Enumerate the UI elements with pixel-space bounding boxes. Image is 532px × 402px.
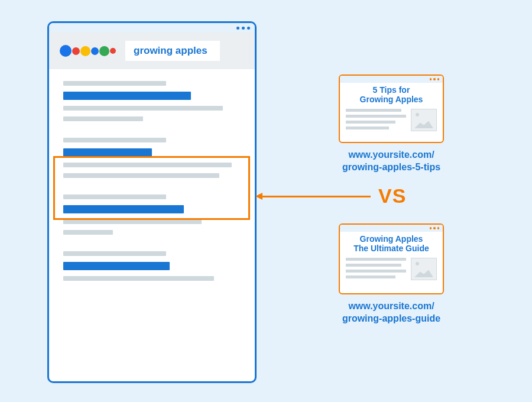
result-snippet-placeholder xyxy=(63,173,219,178)
page-card-tips: 5 Tips for Growing Apples xyxy=(339,74,444,143)
result-snippet-placeholder xyxy=(63,163,232,167)
window-control-dot xyxy=(433,78,436,80)
window-control-dot xyxy=(430,78,432,80)
vs-label: VS xyxy=(378,184,406,208)
search-result xyxy=(63,251,241,281)
url-caption-guide: www.yoursite.com/ growing-apples-guide xyxy=(329,300,453,325)
card-title: Growing Apples The Ultimate Guide xyxy=(340,232,443,257)
window-control-dot xyxy=(433,227,436,229)
window-control-dot xyxy=(242,27,245,30)
result-title-placeholder xyxy=(63,205,184,213)
search-results-list xyxy=(49,69,255,299)
result-url-placeholder xyxy=(63,251,166,256)
serp-browser-window: growing apples xyxy=(47,21,257,383)
result-url-placeholder xyxy=(63,81,166,86)
result-snippet-placeholder xyxy=(63,116,143,121)
card-titlebar xyxy=(340,76,443,83)
result-snippet-placeholder xyxy=(63,276,214,281)
image-placeholder-icon xyxy=(411,109,437,131)
browser-titlebar xyxy=(49,23,255,33)
search-input[interactable]: growing apples xyxy=(125,41,220,61)
window-control-dot xyxy=(236,27,239,30)
result-snippet-placeholder xyxy=(63,219,202,224)
card-text-placeholder xyxy=(346,109,406,132)
window-control-dot xyxy=(437,227,440,229)
window-control-dot xyxy=(430,227,432,229)
result-url-placeholder xyxy=(63,194,166,199)
url-caption-tips: www.yoursite.com/ growing-apples-5-tips xyxy=(329,149,453,174)
card-title: 5 Tips for Growing Apples xyxy=(340,83,443,108)
card-body xyxy=(340,257,443,287)
result-title-placeholder xyxy=(63,262,170,270)
search-header: growing apples xyxy=(49,33,255,69)
result-title-placeholder xyxy=(63,92,191,100)
search-result xyxy=(63,81,241,121)
result-title-placeholder xyxy=(63,148,152,157)
arrow-left-icon xyxy=(255,193,371,200)
search-result-highlighted xyxy=(63,138,241,178)
search-result xyxy=(63,194,241,235)
search-engine-logo-icon xyxy=(60,45,116,57)
card-body xyxy=(340,108,443,138)
result-snippet-placeholder xyxy=(63,230,113,235)
image-placeholder-icon xyxy=(411,258,437,280)
window-control-dot xyxy=(247,27,250,30)
card-text-placeholder xyxy=(346,258,406,281)
page-card-guide: Growing Apples The Ultimate Guide xyxy=(339,223,444,294)
card-titlebar xyxy=(340,225,443,232)
window-control-dot xyxy=(437,78,440,80)
result-snippet-placeholder xyxy=(63,106,223,111)
result-url-placeholder xyxy=(63,138,166,142)
